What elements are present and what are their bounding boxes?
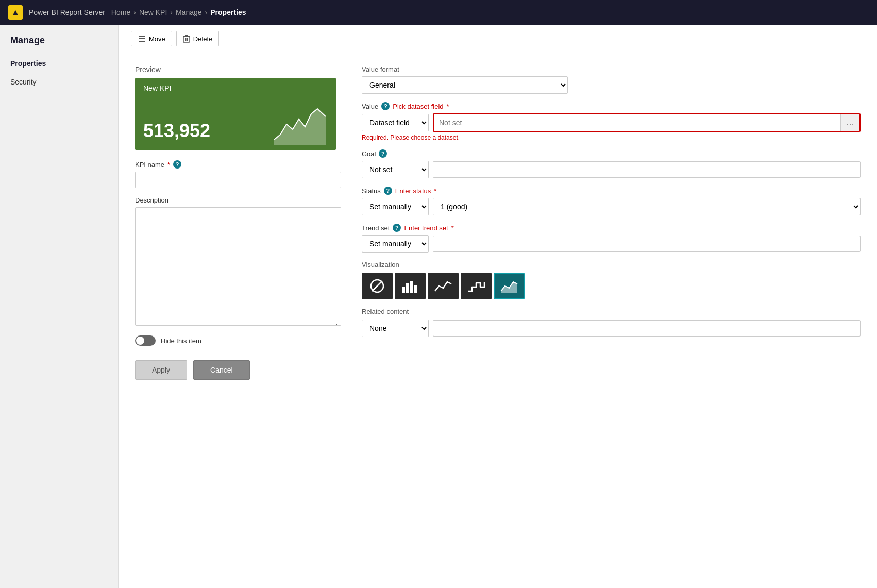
value-field-input[interactable]	[434, 115, 840, 130]
cancel-button[interactable]: Cancel	[193, 360, 250, 380]
svg-rect-6	[183, 36, 190, 37]
trend-input-row: Set manually Dataset field 6; 1; 8; 8; 8…	[362, 235, 861, 253]
svg-rect-7	[185, 35, 188, 36]
kpi-name-section: KPI name* ? New KPI	[135, 160, 341, 188]
viz-options-row	[362, 273, 861, 299]
value-help-icon[interactable]: ?	[381, 102, 390, 110]
viz-bar-icon	[401, 278, 419, 294]
apply-button[interactable]: Apply	[135, 360, 187, 380]
related-content-row: None Dataset field	[362, 320, 861, 337]
status-type-select[interactable]: Set manually Dataset field	[362, 198, 429, 215]
hide-item-toggle[interactable]	[135, 335, 156, 346]
trend-value-input[interactable]: 6; 1; 8; 8; 8; 7; 9; 9	[433, 236, 861, 252]
svg-marker-8	[274, 109, 326, 145]
enter-trend-label: Enter trend set	[404, 224, 448, 232]
pick-dataset-label: Pick dataset field	[393, 103, 443, 110]
preview-kpi-value: 513,952	[143, 120, 210, 142]
value-error-text: Required. Please choose a dataset.	[362, 134, 861, 141]
breadcrumb-sep3: ›	[205, 8, 208, 16]
value-input-row: Dataset field Set manually …	[362, 113, 861, 132]
delete-icon	[183, 35, 190, 43]
viz-step-icon	[467, 278, 485, 294]
svg-line-10	[372, 281, 382, 291]
trend-section: Trend set ? Enter trend set * Set manual…	[362, 224, 861, 253]
value-type-select[interactable]: Dataset field Set manually	[362, 114, 429, 131]
viz-option-none[interactable]	[362, 273, 393, 299]
right-column: Value format General Number Percentage C…	[362, 65, 861, 380]
value-format-label: Value format	[362, 65, 861, 73]
svg-rect-5	[187, 38, 188, 41]
preview-kpi-title: New KPI	[143, 84, 171, 92]
preview-label: Preview	[135, 65, 341, 74]
trend-type-select[interactable]: Set manually Dataset field	[362, 235, 429, 253]
breadcrumb-sep2: ›	[170, 8, 173, 16]
value-section: Value ? Pick dataset field * Dataset fie…	[362, 102, 861, 141]
viz-option-line[interactable]	[428, 273, 459, 299]
sidebar-item-properties[interactable]: Properties	[0, 54, 118, 73]
value-field-container: …	[433, 113, 861, 132]
status-help-icon[interactable]: ?	[384, 187, 392, 195]
breadcrumb-sep1: ›	[133, 8, 136, 16]
topbar: ▲ Power BI Report Server Home › New KPI …	[0, 0, 877, 25]
viz-option-area[interactable]	[494, 273, 525, 299]
goal-row-label: Goal ?	[362, 149, 861, 158]
svg-rect-12	[406, 283, 409, 293]
description-label: Description	[135, 196, 341, 204]
goal-section: Goal ? Not set Set manually Dataset fiel…	[362, 149, 861, 178]
enter-status-label: Enter status	[395, 187, 431, 195]
trend-row-label: Trend set ? Enter trend set *	[362, 224, 861, 232]
preview-box: New KPI 513,952	[135, 78, 336, 150]
viz-option-step[interactable]	[461, 273, 492, 299]
trend-help-icon[interactable]: ?	[393, 224, 401, 232]
delete-button[interactable]: Delete	[176, 31, 220, 46]
preview-chart	[274, 104, 326, 145]
status-row-label: Status ? Enter status *	[362, 187, 861, 195]
app-logo: ▲	[8, 5, 23, 20]
value-row-label: Value ? Pick dataset field *	[362, 102, 861, 110]
svg-rect-11	[402, 287, 405, 293]
move-button[interactable]: Move	[131, 31, 172, 46]
related-content-section: Related content None Dataset field	[362, 308, 861, 337]
value-format-section: Value format General Number Percentage C…	[362, 65, 861, 94]
sidebar: Manage Properties Security	[0, 25, 119, 588]
visualization-section: Visualization	[362, 261, 861, 299]
viz-option-bar[interactable]	[395, 273, 426, 299]
svg-rect-4	[185, 38, 187, 41]
viz-line-icon	[434, 278, 452, 294]
breadcrumb-home[interactable]: Home	[111, 8, 130, 16]
viz-area-icon	[500, 278, 518, 294]
kpi-name-input[interactable]: New KPI	[135, 172, 341, 188]
viz-label: Visualization	[362, 261, 861, 268]
kpi-name-help-icon[interactable]: ?	[173, 160, 181, 169]
related-value-input[interactable]	[433, 320, 861, 337]
preview-section: Preview New KPI 513,952	[135, 65, 341, 150]
toolbar: Move Delete	[119, 25, 877, 53]
svg-rect-1	[139, 38, 145, 39]
value-field-browse-button[interactable]: …	[840, 114, 859, 131]
sidebar-item-security[interactable]: Security	[0, 73, 118, 91]
sidebar-title: Manage	[0, 35, 118, 54]
hide-item-label: Hide this item	[161, 337, 201, 345]
svg-rect-3	[183, 37, 190, 42]
goal-value-input[interactable]	[433, 161, 861, 178]
status-input-row: Set manually Dataset field 1 (good) 0 (n…	[362, 198, 861, 215]
goal-help-icon[interactable]: ?	[379, 149, 387, 158]
breadcrumb: Home › New KPI › Manage › Properties	[111, 8, 246, 16]
viz-none-icon	[369, 278, 385, 294]
app-name: Power BI Report Server	[29, 8, 105, 16]
goal-type-select[interactable]: Not set Set manually Dataset field	[362, 161, 429, 178]
svg-rect-14	[414, 285, 417, 293]
svg-rect-0	[139, 36, 145, 37]
description-textarea[interactable]	[135, 207, 341, 326]
kpi-name-label: KPI name* ?	[135, 160, 341, 169]
breadcrumb-newkpi[interactable]: New KPI	[139, 8, 167, 16]
left-column: Preview New KPI 513,952	[135, 65, 341, 380]
content-area: Preview New KPI 513,952	[119, 53, 877, 392]
status-section: Status ? Enter status * Set manually Dat…	[362, 187, 861, 215]
status-value-select[interactable]: 1 (good) 0 (neutral) -1 (bad)	[433, 198, 861, 215]
related-type-select[interactable]: None Dataset field	[362, 320, 429, 337]
svg-rect-13	[410, 281, 413, 293]
value-format-select[interactable]: General Number Percentage Currency	[362, 76, 568, 94]
breadcrumb-manage[interactable]: Manage	[176, 8, 202, 16]
description-section: Description	[135, 196, 341, 327]
